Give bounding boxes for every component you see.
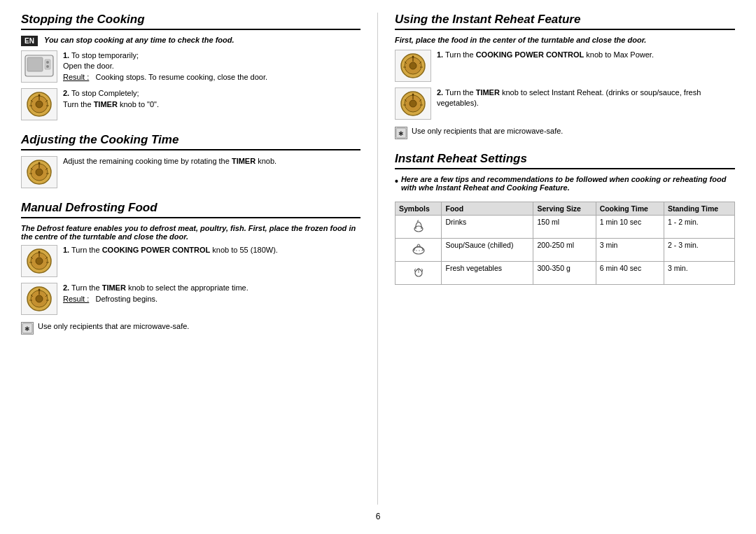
svg-point-37 [38, 289, 41, 291]
svg-point-17 [36, 169, 43, 176]
defrost-warn: ✱ Use only recipients that are microwave… [21, 322, 360, 335]
stopping-title: Stopping the Cooking [21, 13, 360, 30]
knob-svg-defrost-1 [24, 247, 55, 275]
microwave-image-1 [21, 50, 57, 83]
cooking-drinks: 1 min 10 sec [596, 216, 664, 239]
adjusting-title: Adjusting the Cooking Time [21, 133, 360, 150]
soup-symbol-icon [411, 241, 426, 256]
knob-svg-reheat-2 [398, 90, 428, 118]
reheat-settings-table: Symbols Food Serving Size Cooking Time S… [395, 202, 735, 285]
step-num-1: 1. [63, 51, 69, 59]
step-text-stop-1: 1. To stop temporarily; Open the door. R… [63, 50, 360, 83]
svg-point-8 [36, 101, 43, 108]
en-badge: EN [21, 36, 38, 46]
knob-image-defrost-1 [21, 245, 57, 277]
step-text-defrost-2: 2. Turn the TIMER knob to select the app… [63, 283, 360, 304]
section-defrosting: Manual Defrosting Food The Defrost featu… [21, 201, 360, 335]
col-header-food: Food [442, 202, 533, 216]
step-row-stop-2: 2. To stop Completely; Turn the TIMER kn… [21, 88, 360, 120]
col-header-symbols: Symbols [396, 202, 442, 216]
standing-soup: 2 - 3 min. [664, 239, 735, 262]
table-row-soup: Soup/Sauce (chilled) 200-250 ml 3 min 2 … [396, 239, 735, 262]
cooking-vegetables: 6 min 40 sec [596, 262, 664, 285]
warn-icon-defrost: ✱ [21, 322, 34, 335]
drink-symbol-icon [411, 218, 426, 233]
serving-drinks: 150 ml [533, 216, 596, 239]
knob-image-stop-2 [21, 88, 57, 120]
svg-point-4 [46, 65, 49, 68]
step-row-adjust: Adjust the remaining cooking time by rot… [21, 156, 360, 188]
reheat-warn-text: Use only recipients that are microwave-s… [412, 127, 563, 135]
page: Stopping the Cooking EN You can stop coo… [0, 0, 756, 534]
food-soup: Soup/Sauce (chilled) [442, 239, 533, 262]
knob-svg-reheat-1 [398, 52, 428, 80]
reheat-settings-note: Here are a few tips and recommendations … [401, 175, 735, 192]
symbol-vegetables [396, 262, 442, 285]
stopping-note: You can stop cooking at any time to chec… [44, 36, 234, 44]
svg-point-3 [46, 61, 49, 64]
knob-image-defrost-2 [21, 283, 57, 315]
section-adjusting: Adjusting the Cooking Time [21, 133, 360, 188]
left-column: Stopping the Cooking EN You can stop coo… [21, 13, 378, 505]
knob-image-adjust [21, 156, 57, 188]
knob-svg-defrost-2 [24, 285, 55, 313]
defrosting-title: Manual Defrosting Food [21, 201, 360, 218]
reheat-warn: ✱ Use only recipients that are microwave… [395, 127, 735, 139]
serving-soup: 200-250 ml [533, 239, 596, 262]
step-row-defrost-1: 1. Turn the COOKING POWER CONTROL knob t… [21, 245, 360, 277]
svg-text:✱: ✱ [398, 130, 404, 137]
step-row-defrost-2: 2. Turn the TIMER knob to select the app… [21, 283, 360, 315]
svg-point-46 [410, 62, 416, 69]
step-row-reheat-2: 2. Turn the TIMER knob to select Instant… [395, 87, 735, 120]
col-header-standing: Standing Time [664, 202, 735, 216]
svg-point-57 [412, 94, 414, 96]
step-text-reheat-1: 1. Turn the COOKING POWER CONTROL knob t… [437, 50, 735, 60]
table-row-drinks: Drinks 150 ml 1 min 10 sec 1 - 2 min. [396, 216, 735, 239]
knob-image-reheat-2 [395, 87, 431, 120]
section-instant-reheat: Using the Instant Reheat Feature First, … [395, 13, 735, 139]
two-column-layout: Stopping the Cooking EN You can stop coo… [21, 13, 735, 505]
section-reheat-settings: Instant Reheat Settings • Here are a few… [395, 152, 735, 285]
svg-point-48 [412, 56, 414, 58]
svg-point-35 [36, 295, 43, 302]
svg-rect-1 [27, 57, 43, 71]
step-text-adjust: Adjust the remaining cooking time by rot… [63, 156, 360, 167]
food-drinks: Drinks [442, 216, 533, 239]
svg-point-10 [38, 94, 41, 97]
symbol-drinks [396, 216, 442, 239]
col-header-serving: Serving Size [533, 202, 596, 216]
knob-image-reheat-1 [395, 50, 431, 82]
standing-drinks: 1 - 2 min. [664, 216, 735, 239]
knob-svg-stop-2 [24, 90, 55, 118]
symbol-soup [396, 239, 442, 262]
microwave-svg [24, 53, 55, 80]
warn-icon-reheat: ✱ [395, 127, 407, 139]
cooking-soup: 3 min [596, 239, 664, 262]
standing-vegetables: 3 min. [664, 262, 735, 285]
instant-reheat-note: First, place the food in the center of t… [395, 36, 735, 44]
table-row-vegetables: Fresh vegetables 300-350 g 6 min 40 sec … [396, 262, 735, 285]
vegetable-symbol-icon [411, 264, 426, 279]
svg-point-19 [38, 162, 41, 164]
svg-text:✱: ✱ [24, 325, 30, 332]
reheat-settings-title: Instant Reheat Settings [395, 152, 735, 169]
food-vegetables: Fresh vegetables [442, 262, 533, 285]
step-row-stop-1: 1. To stop temporarily; Open the door. R… [21, 50, 360, 83]
step-text-stop-2: 2. To stop Completely; Turn the TIMER kn… [63, 88, 360, 110]
page-number: 6 [21, 512, 735, 521]
defrosting-note: The Defrost feature enables you to defro… [21, 224, 360, 241]
step-text-reheat-2: 2. Turn the TIMER knob to select Instant… [437, 87, 735, 109]
section-stopping: Stopping the Cooking EN You can stop coo… [21, 13, 360, 120]
svg-point-28 [38, 251, 41, 253]
step-num-2: 2. [63, 89, 69, 97]
step-text-defrost-1: 1. Turn the COOKING POWER CONTROL knob t… [63, 245, 360, 255]
right-column: Using the Instant Reheat Feature First, … [378, 13, 735, 505]
result-label-1: Result : [63, 73, 89, 81]
microwave-safe-icon-2: ✱ [396, 127, 407, 139]
instant-reheat-title: Using the Instant Reheat Feature [395, 13, 735, 30]
defrost-warn-text: Use only recipients that are microwave-s… [38, 322, 189, 330]
step-row-reheat-1: 1. Turn the COOKING POWER CONTROL knob t… [395, 50, 735, 82]
svg-point-55 [410, 100, 416, 107]
col-header-cooking: Cooking Time [596, 202, 664, 216]
knob-svg-adjust [24, 158, 55, 186]
